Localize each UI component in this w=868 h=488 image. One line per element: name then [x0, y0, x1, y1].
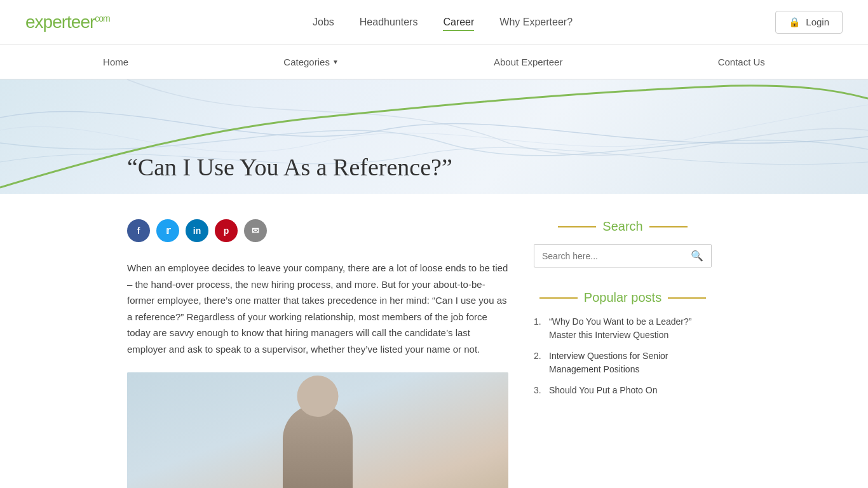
popular-posts-title-text: Popular posts	[584, 290, 661, 305]
pinterest-share-button[interactable]: p	[215, 219, 238, 242]
nav-item-headhunters[interactable]: Headhunters	[360, 17, 418, 28]
popular-posts-section: Popular posts 1. “Why Do You Want to be …	[534, 290, 712, 397]
sec-nav-contact[interactable]: Contact Us	[718, 57, 765, 67]
logo-main: experteer	[25, 12, 95, 32]
search-box: 🔍	[534, 244, 712, 268]
post-number-1: 1.	[534, 315, 544, 329]
post-link-1[interactable]: “Why Do You Want to be a Leader?” Master…	[549, 315, 712, 342]
sec-nav-categories[interactable]: Categories ▼	[283, 57, 338, 67]
nav-link-jobs[interactable]: Jobs	[313, 17, 334, 27]
email-share-button[interactable]: ✉	[244, 219, 267, 242]
list-item: 3. Should You Put a Photo On	[534, 384, 712, 397]
search-button[interactable]: 🔍	[683, 245, 711, 267]
nav-item-career[interactable]: Career	[443, 17, 474, 28]
logo[interactable]: experteercom	[25, 12, 110, 32]
secondary-nav: Home Categories ▼ About Experteer Contac…	[0, 44, 868, 79]
search-icon: 🔍	[691, 250, 703, 261]
search-section-title: Search	[534, 219, 712, 234]
top-nav: experteercom Jobs Headhunters Career Why…	[0, 0, 868, 44]
pinterest-icon: p	[224, 226, 229, 236]
search-section: Search 🔍	[534, 219, 712, 268]
list-item: 2. Interview Questions for Senior Manage…	[534, 349, 712, 376]
nav-link-why[interactable]: Why Experteer?	[499, 17, 573, 27]
post-number-3: 3.	[534, 384, 544, 397]
hero-banner: “Can I Use You As a Reference?”	[0, 79, 868, 194]
linkedin-icon: in	[193, 226, 201, 236]
article: f 𝕣 in p ✉ When an employee decides to l…	[127, 219, 508, 488]
popular-posts-title: Popular posts	[534, 290, 712, 305]
article-image	[127, 372, 508, 488]
nav-link-career[interactable]: Career	[443, 17, 474, 31]
main-nav-list: Jobs Headhunters Career Why Experteer?	[313, 17, 573, 28]
list-item: 1. “Why Do You Want to be a Leader?” Mas…	[534, 315, 712, 342]
login-button[interactable]: 🔒 Login	[775, 11, 843, 34]
post-link-2[interactable]: Interview Questions for Senior Managemen…	[549, 349, 712, 376]
sec-nav-home[interactable]: Home	[103, 57, 128, 67]
login-label: Login	[806, 17, 829, 27]
facebook-icon: f	[137, 226, 140, 236]
twitter-icon: 𝕣	[166, 225, 170, 236]
email-icon: ✉	[252, 226, 259, 236]
popular-posts-list: 1. “Why Do You Want to be a Leader?” Mas…	[534, 315, 712, 397]
linkedin-share-button[interactable]: in	[186, 219, 208, 242]
sec-nav-about[interactable]: About Experteer	[494, 57, 562, 67]
article-body-text: When an employee decides to leave your c…	[127, 260, 508, 357]
nav-item-why[interactable]: Why Experteer?	[499, 17, 573, 28]
post-number-2: 2.	[534, 349, 544, 363]
nav-item-jobs[interactable]: Jobs	[313, 17, 334, 28]
post-link-3[interactable]: Should You Put a Photo On	[549, 384, 657, 397]
categories-label: Categories	[283, 57, 330, 67]
facebook-share-button[interactable]: f	[127, 219, 150, 242]
search-title-text: Search	[602, 219, 642, 234]
chevron-down-icon: ▼	[332, 58, 339, 65]
sidebar: Search 🔍 Popular posts 1. “Why Do You Wa…	[534, 219, 712, 488]
twitter-share-button[interactable]: 𝕣	[156, 219, 179, 242]
page-title: “Can I Use You As a Reference?”	[127, 153, 452, 181]
logo-sup: com	[95, 13, 109, 23]
lock-icon: 🔒	[789, 17, 801, 28]
nav-link-headhunters[interactable]: Headhunters	[360, 17, 418, 27]
main-content: f 𝕣 in p ✉ When an employee decides to l…	[0, 194, 868, 488]
search-input[interactable]	[534, 246, 683, 266]
social-share-bar: f 𝕣 in p ✉	[127, 219, 508, 242]
